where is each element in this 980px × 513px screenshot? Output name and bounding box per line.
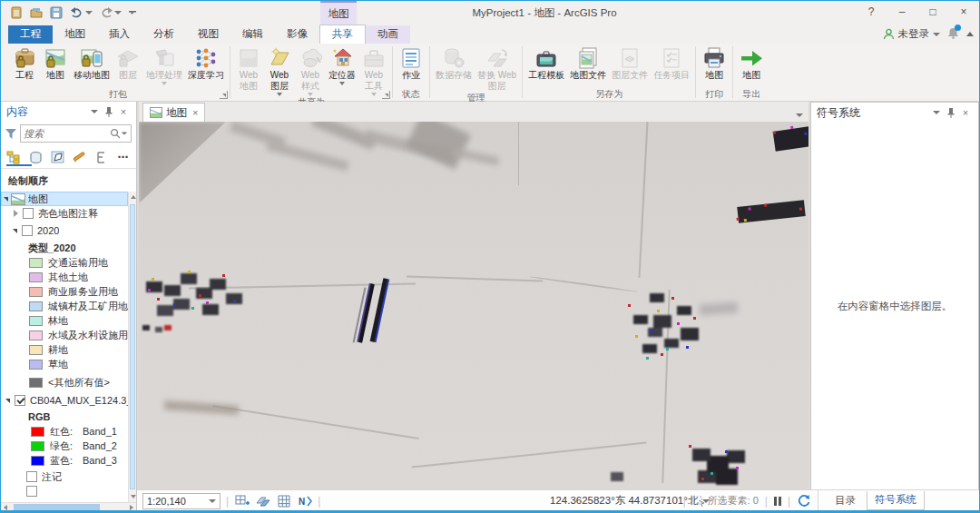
- redo-dropdown-icon[interactable]: [114, 11, 122, 15]
- save-as-layer-file-button[interactable]: 图层文件: [609, 44, 651, 81]
- scale-dropdown-icon[interactable]: [209, 499, 216, 503]
- layer-row-raster[interactable]: CB04A_MUX_E124.3_N44: [1, 393, 128, 408]
- sign-in-control[interactable]: 未登录: [883, 27, 941, 41]
- manage-data-stores-button[interactable]: 数据存储: [433, 44, 475, 81]
- legend-item[interactable]: 城镇村及工矿用地: [1, 299, 128, 313]
- minimize-button[interactable]: –: [887, 1, 917, 23]
- tab-map[interactable]: 地图: [53, 25, 97, 44]
- scroll-down-icon[interactable]: [131, 495, 136, 498]
- search-box[interactable]: [20, 124, 132, 143]
- list-by-selection-icon[interactable]: [50, 150, 65, 164]
- pin-icon[interactable]: [944, 105, 958, 120]
- map-canvas[interactable]: [139, 122, 808, 489]
- pin-icon[interactable]: [102, 104, 116, 119]
- list-by-data-source-icon[interactable]: [28, 150, 44, 164]
- close-icon[interactable]: ×: [116, 104, 131, 119]
- scroll-up-icon[interactable]: [131, 195, 136, 199]
- dialog-launcher-icon[interactable]: [220, 91, 228, 99]
- refresh-icon[interactable]: [797, 494, 810, 508]
- layer-checkbox[interactable]: [15, 395, 25, 406]
- share-web-layer-button[interactable]: Web 图层: [264, 44, 295, 96]
- list-by-drawing-order-icon[interactable]: [6, 150, 22, 164]
- scroll-left-icon[interactable]: [4, 505, 7, 510]
- tab-list-dropdown-icon[interactable]: [796, 113, 803, 117]
- package-layer-button[interactable]: 图层: [113, 44, 143, 81]
- scrollbar-thumb[interactable]: [14, 504, 100, 510]
- layer-checkbox[interactable]: [26, 486, 37, 497]
- search-dropdown-icon[interactable]: [122, 132, 127, 134]
- package-deep-learning-button[interactable]: 深度学习: [185, 44, 227, 81]
- tab-share[interactable]: 共享: [319, 25, 366, 44]
- scroll-right-icon[interactable]: [130, 505, 133, 510]
- maximize-button[interactable]: □: [917, 1, 948, 23]
- pause-drawing-icon[interactable]: [774, 497, 781, 506]
- expander-open-icon[interactable]: [4, 197, 8, 202]
- north-arrow-icon[interactable]: N: [297, 493, 312, 508]
- expander-closed-icon[interactable]: [14, 210, 18, 217]
- share-web-tool-button[interactable]: Web 工具: [358, 44, 389, 96]
- undo-dropdown-icon[interactable]: [85, 11, 93, 15]
- share-locator-button[interactable]: 定位器: [326, 44, 358, 85]
- export-map-button[interactable]: 地图: [736, 44, 767, 81]
- list-by-editing-icon[interactable]: [72, 150, 87, 164]
- notifications-button[interactable]: [947, 26, 959, 42]
- dialog-launcher-icon[interactable]: [382, 91, 390, 99]
- expander-open-icon[interactable]: [5, 399, 10, 403]
- contents-horizontal-scrollbar[interactable]: [1, 502, 136, 511]
- overlay-add-icon[interactable]: [234, 493, 250, 508]
- pane-menu-icon[interactable]: [929, 105, 944, 120]
- filter-icon[interactable]: [5, 127, 17, 140]
- package-map-button[interactable]: 地图: [40, 44, 71, 81]
- collapse-ribbon-icon[interactable]: [966, 32, 974, 36]
- pane-menu-icon[interactable]: [87, 104, 102, 119]
- layer-checkbox[interactable]: [26, 471, 37, 482]
- layer-row-2020[interactable]: 2020: [1, 223, 128, 238]
- swipe-layers-icon[interactable]: [255, 493, 270, 508]
- manage-replace-web-layer-button[interactable]: 替换 Web 图层: [475, 44, 519, 92]
- legend-item[interactable]: 商业服务业用地: [1, 284, 128, 299]
- legend-item[interactable]: 耕地: [1, 342, 128, 357]
- qat-customize-icon[interactable]: [126, 4, 139, 22]
- tab-imagery[interactable]: 影像: [275, 25, 319, 44]
- layer-checkbox[interactable]: [23, 208, 34, 219]
- save-as-map-file-button[interactable]: 地图文件: [567, 44, 609, 81]
- legend-item[interactable]: 交通运输用地: [1, 255, 128, 270]
- qat-save-icon[interactable]: [48, 4, 64, 22]
- tab-view[interactable]: 视图: [186, 25, 230, 44]
- qat-open-folder-icon[interactable]: [28, 4, 44, 22]
- print-map-button[interactable]: 地图: [699, 44, 730, 81]
- more-options-icon[interactable]: ⋯: [115, 150, 131, 164]
- close-icon[interactable]: ×: [958, 105, 973, 120]
- tab-analysis[interactable]: 分析: [142, 25, 186, 44]
- layer-row-annotation[interactable]: 注记: [1, 469, 128, 484]
- tab-edit[interactable]: 编辑: [230, 25, 275, 44]
- tab-project[interactable]: 工程: [8, 25, 53, 44]
- list-by-labeling-icon[interactable]: [93, 150, 109, 164]
- legend-item[interactable]: 水域及水利设施用地: [1, 328, 128, 342]
- scale-combobox[interactable]: [142, 493, 220, 509]
- package-mobile-map-button[interactable]: 移动地图: [71, 44, 113, 81]
- layer-row-clipped[interactable]: [1, 484, 128, 498]
- expander-open-icon[interactable]: [13, 229, 17, 233]
- package-project-button[interactable]: 工程: [9, 44, 40, 81]
- package-geoprocessing-button[interactable]: 地理处理: [143, 44, 185, 85]
- tab-symbology[interactable]: 符号系统: [867, 491, 925, 510]
- layer-checkbox[interactable]: [22, 225, 33, 236]
- legend-item[interactable]: 草地: [1, 357, 128, 371]
- undo-button[interactable]: [68, 4, 93, 22]
- help-button[interactable]: ?: [856, 1, 887, 23]
- grid-icon[interactable]: [276, 493, 291, 508]
- legend-item[interactable]: <其他所有值>: [1, 375, 128, 390]
- qat-clipboard-icon[interactable]: [8, 4, 24, 22]
- save-as-task-item-button[interactable]: 任务项目: [651, 44, 692, 81]
- tab-insert[interactable]: 插入: [97, 25, 142, 44]
- save-as-project-template-button[interactable]: 工程模板: [525, 44, 567, 81]
- close-button[interactable]: ×: [948, 1, 979, 23]
- legend-item[interactable]: 林地: [1, 313, 128, 328]
- scale-input[interactable]: [147, 496, 209, 507]
- map-document-tab[interactable]: 地图 ×: [142, 103, 205, 122]
- layer-row-notes[interactable]: 亮色地图注释: [1, 206, 128, 221]
- legend-item[interactable]: 其他土地: [1, 270, 128, 284]
- status-jobs-button[interactable]: 作业: [396, 44, 426, 81]
- search-input[interactable]: [24, 128, 110, 139]
